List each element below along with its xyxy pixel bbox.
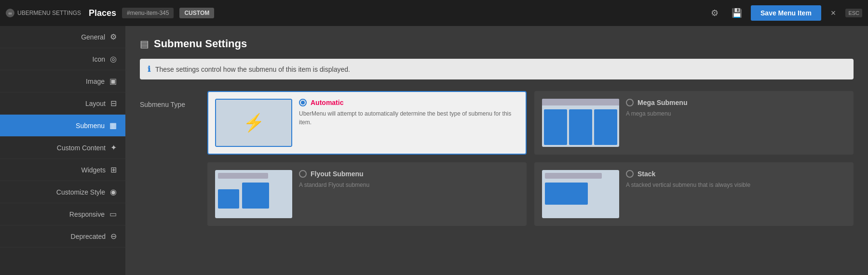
submenu-type-row: Submenu Type ⚡ Automatic UberMenu: [140, 91, 854, 226]
deprecated-icon: ⊖: [110, 232, 117, 241]
widgets-icon: ⊞: [110, 165, 117, 174]
option-info-mega: Mega Submenu A mega submenu: [626, 99, 846, 118]
option-desc-automatic: UberMenu will attempt to automatically d…: [299, 109, 519, 127]
sidebar-item-responsive[interactable]: Responsive ▭: [0, 203, 125, 225]
sidebar-label-widgets: Widgets: [81, 166, 106, 174]
general-icon: ⚙: [110, 32, 117, 41]
section-title: Submenu Settings: [154, 38, 247, 50]
option-name-stack: Stack: [637, 170, 655, 178]
option-info-flyout: Flyout Submenu A standard Flyout submenu: [299, 170, 519, 189]
header: ∞ UBERMENU SETTINGS Places #menu-item-34…: [0, 0, 868, 26]
thumb-auto-inner: ⚡: [215, 99, 292, 147]
option-info-stack: Stack A stacked vertical submenu that is…: [626, 170, 846, 189]
info-text: These settings control how the submenu o…: [155, 65, 350, 73]
thumb-automatic: ⚡: [215, 99, 292, 147]
esc-badge: ESC: [845, 9, 862, 17]
sidebar-label-layout: Layout: [85, 100, 106, 107]
layout-icon: ⊟: [110, 99, 117, 108]
info-icon: ℹ: [148, 65, 150, 74]
main-layout: General ⚙ Icon ◎ Image ▣ Layout ⊟ Submen…: [0, 26, 868, 275]
submenu-type-label: Submenu Type: [140, 91, 198, 108]
sidebar-label-customize-style: Customize Style: [56, 188, 105, 196]
flyout-box-1: [218, 189, 239, 209]
flyout-boxes: [218, 183, 289, 209]
mega-col-1: [544, 109, 567, 145]
thumb-flyout: [215, 170, 292, 218]
option-desc-stack: A stacked vertical submenu that is alway…: [626, 181, 846, 189]
option-flyout[interactable]: Flyout Submenu A standard Flyout submenu: [207, 162, 527, 226]
close-button[interactable]: ×: [827, 6, 840, 20]
menu-item-badge: #menu-item-345: [122, 8, 174, 18]
sidebar-item-general[interactable]: General ⚙: [0, 26, 125, 48]
option-desc-mega: A mega submenu: [626, 109, 846, 118]
stack-top-bar: [545, 173, 602, 179]
sidebar-item-image[interactable]: Image ▣: [0, 70, 125, 92]
radio-stack[interactable]: [626, 170, 634, 178]
option-stack[interactable]: Stack A stacked vertical submenu that is…: [534, 162, 854, 226]
icon-icon: ◎: [110, 54, 117, 64]
section-icon: ▤: [140, 38, 149, 50]
sidebar-label-image: Image: [86, 78, 105, 85]
mega-col-3: [594, 109, 617, 145]
sidebar-item-icon[interactable]: Icon ◎: [0, 48, 125, 70]
stack-box: [545, 183, 588, 205]
responsive-icon: ▭: [109, 210, 117, 219]
option-name-mega: Mega Submenu: [637, 99, 687, 106]
sidebar-label-general: General: [81, 33, 105, 41]
option-info-automatic: Automatic UberMenu will attempt to autom…: [299, 99, 519, 127]
logo-icon: ∞: [6, 9, 14, 17]
save-menu-item-button[interactable]: Save Menu Item: [751, 5, 821, 21]
sidebar-item-customize-style[interactable]: Customize Style ◉: [0, 181, 125, 203]
sidebar-label-responsive: Responsive: [69, 210, 105, 218]
option-name-flyout: Flyout Submenu: [311, 170, 364, 178]
submenu-icon: ▦: [109, 121, 117, 130]
logo-text: UBERMENU SETTINGS: [17, 10, 81, 16]
sidebar-label-submenu: Submenu: [76, 122, 105, 130]
page-title: Places: [89, 8, 116, 18]
sidebar-label-deprecated: Deprecated: [71, 233, 106, 240]
flyout-top-bar: [218, 173, 268, 179]
radio-automatic[interactable]: [299, 99, 307, 106]
customize-style-icon: ◉: [110, 187, 117, 196]
option-radio-mega: Mega Submenu: [626, 99, 846, 106]
submenu-options-grid: ⚡ Automatic UberMenu will attempt to aut…: [207, 91, 854, 226]
mega-top-bar: [542, 99, 619, 105]
thumb-stack: [542, 170, 619, 218]
radio-flyout[interactable]: [299, 170, 307, 178]
option-radio-flyout: Flyout Submenu: [299, 170, 519, 178]
thumb-mega-inner: [542, 99, 619, 147]
option-mega[interactable]: Mega Submenu A mega submenu: [534, 91, 854, 155]
settings-icon-button[interactable]: ⚙: [706, 5, 723, 21]
sidebar-item-widgets[interactable]: Widgets ⊞: [0, 159, 125, 181]
sidebar-item-submenu[interactable]: Submenu ▦: [0, 115, 125, 137]
option-radio-stack: Stack: [626, 170, 846, 178]
sidebar-item-custom-content[interactable]: Custom Content ✦: [0, 137, 125, 159]
save-icon-button[interactable]: 💾: [729, 5, 745, 21]
sidebar: General ⚙ Icon ◎ Image ▣ Layout ⊟ Submen…: [0, 26, 125, 275]
thumb-stack-inner: [542, 170, 619, 218]
mega-cols: [542, 107, 619, 147]
radio-mega[interactable]: [626, 99, 634, 106]
thumb-mega: [542, 99, 619, 147]
mega-col-2: [569, 109, 592, 145]
sidebar-label-icon: Icon: [93, 55, 105, 63]
custom-content-icon: ✦: [110, 143, 117, 152]
sidebar-item-layout[interactable]: Layout ⊟: [0, 92, 125, 115]
section-header: ▤ Submenu Settings: [140, 38, 854, 50]
bolt-icon: ⚡: [243, 113, 265, 133]
flyout-box-2: [242, 183, 269, 209]
option-automatic[interactable]: ⚡ Automatic UberMenu will attempt to aut…: [207, 91, 527, 155]
logo: ∞ UBERMENU SETTINGS: [6, 9, 81, 17]
sidebar-item-deprecated[interactable]: Deprecated ⊖: [0, 225, 125, 248]
info-box: ℹ These settings control how the submenu…: [140, 59, 854, 79]
image-icon: ▣: [109, 77, 117, 86]
sidebar-label-custom-content: Custom Content: [57, 144, 106, 152]
option-radio-automatic: Automatic: [299, 99, 519, 106]
content-area: ▤ Submenu Settings ℹ These settings cont…: [125, 26, 868, 275]
option-name-automatic: Automatic: [311, 99, 343, 106]
option-desc-flyout: A standard Flyout submenu: [299, 181, 519, 189]
custom-badge: CUSTOM: [179, 8, 214, 18]
thumb-flyout-inner: [215, 170, 292, 218]
